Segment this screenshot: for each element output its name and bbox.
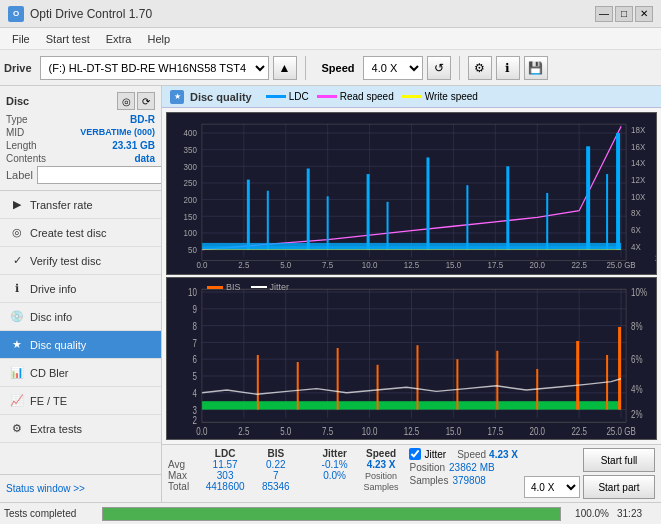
jitter-header: Jitter [311,448,359,459]
svg-rect-56 [506,166,509,249]
read-speed-legend-label: Read speed [340,91,394,102]
sidebar-item-transfer-rate[interactable]: ▶ Transfer rate [0,191,161,219]
settings-button[interactable]: ⚙ [468,56,492,80]
stats-total-row: Total 4418600 85346 Samples [168,481,403,492]
menu-start-test[interactable]: Start test [38,31,98,47]
disc-button-2[interactable]: ⟳ [137,92,155,110]
svg-text:5.0: 5.0 [280,260,291,271]
avg-ldc: 11.57 [199,459,252,470]
sidebar-item-fe-te[interactable]: 📈 FE / TE [0,387,161,415]
ldc-color [266,95,286,98]
sidebar-item-cd-bler[interactable]: 📊 CD Bler [0,359,161,387]
drive-select[interactable]: (F:) HL-DT-ST BD-RE WH16NS58 TST4 [40,56,269,80]
bis-color-swatch [207,286,223,289]
jitter-checkbox[interactable] [409,448,421,460]
eject-button[interactable]: ▲ [273,56,297,80]
info-button[interactable]: ℹ [496,56,520,80]
chart-legend-top: LDC Read speed Write speed [266,91,478,102]
disc-info-label: Disc info [30,311,72,323]
empty-cell-2 [300,470,310,481]
sidebar-item-disc-info[interactable]: 💿 Disc info [0,303,161,331]
contents-label: Contents [6,153,46,164]
read-speed-color [317,95,337,98]
toolbar: Drive (F:) HL-DT-ST BD-RE WH16NS58 TST4 … [0,50,661,86]
svg-text:15.0: 15.0 [446,260,462,271]
jitter-legend-label: Jitter [270,282,290,292]
window-controls: — □ ✕ [595,6,653,22]
svg-rect-48 [247,180,250,250]
total-label: Total [168,481,199,492]
disc-quality-label: Disc quality [30,339,86,351]
sidebar-item-create-test-disc[interactable]: ◎ Create test disc [0,219,161,247]
sidebar-item-extra-tests[interactable]: ⚙ Extra tests [0,415,161,443]
extra-tests-label: Extra tests [30,423,82,435]
svg-text:200: 200 [184,195,198,206]
svg-text:6X: 6X [631,225,641,236]
stats-max-row: Max 303 7 0.0% Position [168,470,403,481]
refresh-button[interactable]: ↺ [427,56,451,80]
avg-label: Avg [168,459,199,470]
svg-rect-61 [202,243,621,250]
label-input[interactable] [37,166,162,184]
menu-help[interactable]: Help [139,31,178,47]
ldc-legend-label: LDC [289,91,309,102]
menu-file[interactable]: File [4,31,38,47]
svg-text:100: 100 [184,228,198,239]
stats-panel: LDC BIS Jitter Speed Avg 11.57 0.22 -0.1… [162,444,661,502]
svg-text:250: 250 [184,178,198,189]
svg-rect-114 [496,351,498,410]
svg-rect-53 [387,202,389,250]
drive-info-label: Drive info [30,283,76,295]
minimize-button[interactable]: — [595,6,613,22]
svg-text:0.0: 0.0 [196,260,207,271]
status-window-btn[interactable]: Status window >> [0,474,161,502]
svg-text:7.5: 7.5 [322,260,333,271]
extra-tests-icon: ⚙ [10,422,24,436]
samples-area: Samples [359,481,404,492]
menubar: File Start test Extra Help [0,28,661,50]
svg-rect-50 [307,169,310,250]
contents-value: data [134,153,155,164]
svg-text:10%: 10% [631,286,647,299]
svg-text:6: 6 [193,353,197,366]
svg-text:14X: 14X [631,158,646,169]
avg-bis: 0.22 [251,459,300,470]
disc-button-1[interactable]: ◎ [117,92,135,110]
save-button[interactable]: 💾 [524,56,548,80]
svg-text:400: 400 [184,128,198,139]
samples-row-value: 379808 [452,475,485,486]
time-text: 31:23 [617,508,657,519]
right-buttons: Start full 4.0 X Start part [524,448,655,499]
progress-bar [103,508,560,520]
bis-chart-svg: 10 9 8 7 6 5 4 3 2 10% 8% 6% 4% 2% [167,278,656,439]
svg-text:5.0: 5.0 [280,424,292,437]
start-full-row: Start full [583,448,655,472]
sidebar-item-drive-info[interactable]: ℹ Drive info [0,275,161,303]
position-row-value: 23862 MB [449,462,495,473]
bis-header: BIS [251,448,300,459]
maximize-button[interactable]: □ [615,6,633,22]
svg-rect-52 [367,174,370,250]
drive-info-icon: ℹ [10,282,24,296]
disc-mid-row: MID VERBATIMe (000) [6,127,155,138]
svg-text:0.0: 0.0 [196,424,208,437]
speed-select[interactable]: 4.0 X [363,56,423,80]
svg-rect-112 [416,345,418,409]
close-button[interactable]: ✕ [635,6,653,22]
sidebar-item-verify-test-disc[interactable]: ✓ Verify test disc [0,247,161,275]
svg-text:7.5: 7.5 [322,424,333,437]
mid-label: MID [6,127,24,138]
charts-area: 400 350 300 250 200 150 100 50 18X 16X 1… [162,108,661,444]
svg-text:10.0: 10.0 [362,424,378,437]
max-bis: 7 [251,470,300,481]
type-label: Type [6,114,28,125]
speed-select-small[interactable]: 4.0 X [524,476,580,498]
start-full-button[interactable]: Start full [583,448,655,472]
sidebar-item-disc-quality[interactable]: ★ Disc quality [0,331,161,359]
svg-rect-51 [327,196,329,249]
menu-extra[interactable]: Extra [98,31,140,47]
status-bar: Tests completed 100.0% 31:23 [0,502,661,524]
start-part-button[interactable]: Start part [583,475,655,499]
main-area: Disc ◎ ⟳ Type BD-R MID VERBATIMe (000) L… [0,86,661,502]
svg-text:7: 7 [193,336,197,349]
